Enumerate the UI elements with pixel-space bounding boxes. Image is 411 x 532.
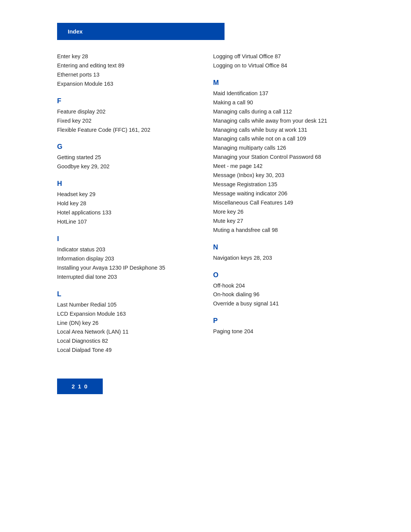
section-F: FFeature display 202Fixed key 202Flexibl… — [57, 97, 198, 135]
index-entry: Feature display 202 — [57, 107, 198, 117]
section-letter-G: G — [57, 143, 198, 151]
index-entry: Making a call 90 — [213, 98, 354, 107]
section-letter-N: N — [213, 243, 354, 251]
index-entry: Hold key 28 — [57, 199, 198, 208]
index-entry: Message Registration 135 — [213, 180, 354, 189]
section-no-letter: Enter key 28Entering and editing text 89… — [57, 52, 198, 89]
section-O: OOff-hook 204On-hook dialing 96Override … — [213, 271, 354, 309]
index-entry: Managing your Station Control Password 6… — [213, 153, 354, 162]
index-entry: Interrupted dial tone 203 — [57, 273, 198, 282]
index-entry: LCD Expansion Module 163 — [57, 310, 198, 319]
header-title: Index — [68, 28, 83, 35]
content-area: Enter key 28Entering and editing text 89… — [0, 52, 411, 363]
right-column: Logging off Virtual Office 87Logging on … — [213, 52, 354, 363]
index-entry: Enter key 28 — [57, 52, 198, 61]
index-entry: Local Dialpad Tone 49 — [57, 346, 198, 355]
section-letter-H: H — [57, 180, 198, 188]
section-no-letter-right: Logging off Virtual Office 87Logging on … — [213, 52, 354, 70]
index-entry: On-hook dialing 96 — [213, 290, 354, 299]
index-entry: Off-hook 204 — [213, 281, 354, 291]
page-container: Index Enter key 28Entering and editing t… — [0, 0, 411, 532]
index-entry: Mute key 27 — [213, 217, 354, 226]
section-letter-M: M — [213, 79, 354, 87]
index-entry: Miscellaneous Call Features 149 — [213, 198, 354, 208]
section-I: IIndicator status 203Information display… — [57, 235, 198, 282]
section-L: LLast Number Redial 105LCD Expansion Mod… — [57, 290, 198, 355]
section-P: PPaging tone 204 — [213, 317, 354, 336]
index-entry: Last Number Redial 105 — [57, 300, 198, 310]
index-entry: Logging off Virtual Office 87 — [213, 52, 354, 61]
index-entry: Managing calls while busy at work 131 — [213, 126, 354, 135]
index-entry: Hotel applications 133 — [57, 208, 198, 217]
index-entry: Expansion Module 163 — [57, 80, 198, 89]
index-entry: Local Area Network (LAN) 11 — [57, 328, 198, 337]
index-entry: Managing calls while away from your desk… — [213, 117, 354, 126]
index-entry: Message waiting indicator 206 — [213, 189, 354, 198]
index-entry: Message (Inbox) key 30, 203 — [213, 171, 354, 180]
index-entry: Local Diagnostics 82 — [57, 337, 198, 346]
index-entry: Managing calls during a call 112 — [213, 107, 354, 117]
section-M: MMaid Identification 137Making a call 90… — [213, 79, 354, 235]
index-entry: Override a busy signal 141 — [213, 299, 354, 308]
section-G: GGetting started 25Goodbye key 29, 202 — [57, 143, 198, 171]
section-H: HHeadset key 29Hold key 28Hotel applicat… — [57, 180, 198, 227]
index-entry: Paging tone 204 — [213, 327, 354, 336]
index-entry: Entering and editing text 89 — [57, 61, 198, 70]
index-entry: Meet - me page 142 — [213, 162, 354, 171]
index-entry: Getting started 25 — [57, 153, 198, 162]
index-entry: Managing multiparty calls 126 — [213, 144, 354, 153]
index-entry: Navigation keys 28, 203 — [213, 254, 354, 263]
section-letter-F: F — [57, 97, 198, 105]
index-entry: Muting a handsfree call 98 — [213, 226, 354, 235]
index-entry: Ethernet ports 13 — [57, 70, 198, 80]
header-bar: Index — [57, 23, 225, 40]
index-entry: Headset key 29 — [57, 190, 198, 199]
index-entry: HotLine 107 — [57, 217, 198, 227]
section-letter-P: P — [213, 317, 354, 325]
index-entry: Installing your Avaya 1230 IP Deskphone … — [57, 264, 198, 273]
section-letter-O: O — [213, 271, 354, 279]
section-N: NNavigation keys 28, 203 — [213, 243, 354, 263]
index-entry: Flexible Feature Code (FFC) 161, 202 — [57, 126, 198, 135]
index-entry: More key 26 — [213, 208, 354, 217]
index-entry: Logging on to Virtual Office 84 — [213, 61, 354, 70]
index-entry: Information display 203 — [57, 254, 198, 264]
index-entry: Line (DN) key 26 — [57, 319, 198, 328]
index-entry: Indicator status 203 — [57, 245, 198, 254]
index-entry: Goodbye key 29, 202 — [57, 162, 198, 171]
section-letter-I: I — [57, 235, 198, 243]
index-entry: Maid Identification 137 — [213, 89, 354, 98]
left-column: Enter key 28Entering and editing text 89… — [57, 52, 198, 363]
index-entry: Managing calls while not on a call 109 — [213, 134, 354, 144]
index-entry: Fixed key 202 — [57, 117, 198, 126]
footer-bar: 2 1 0 — [57, 379, 103, 394]
page-number: 2 1 0 — [72, 383, 88, 390]
section-letter-L: L — [57, 290, 198, 298]
